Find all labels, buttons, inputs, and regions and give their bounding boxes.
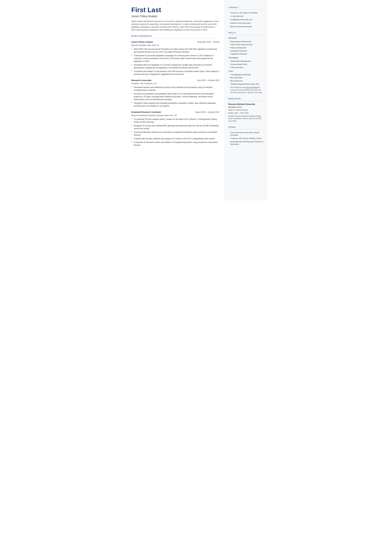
- skill-item: Policy Development: [228, 46, 264, 49]
- contact-email: email@resumeworded.com: [228, 18, 264, 21]
- tools-note-prefix: Don't forget to use: [230, 86, 245, 88]
- other-item: Board Member, RW Research Society on Alc…: [228, 140, 264, 146]
- job-bullets-1: Wrote RW's first Sexual Assault Preventi…: [131, 48, 219, 76]
- header-section: First Last Junior Policy Analyst Policy …: [131, 6, 219, 31]
- edu-degree: Bachelor of Arts: [228, 106, 264, 109]
- other-item: Treasurer, RW County Sobriety Center.: [228, 137, 264, 140]
- job-header-row-3: Graduate Research Assistant August 2010 …: [131, 111, 219, 114]
- job-title-2: Research Associate: [131, 79, 152, 82]
- job-dates-1: November 2015 – Present: [197, 41, 219, 43]
- contact-section: CONTACT Cheyenne, WY (Open to Remote) +1…: [228, 6, 264, 28]
- summary-text: Policy Analyst with diverse experience o…: [131, 20, 219, 31]
- skill-item: Environmental Policy: [228, 63, 264, 66]
- job-block-3: Graduate Research Assistant August 2010 …: [131, 111, 219, 147]
- full-name: First Last: [131, 6, 219, 14]
- contact-linkedin: linkedin.com/in/username: [228, 22, 264, 24]
- skills-technical-list: Data Analysis (Advanced) Public Policy (…: [228, 40, 264, 55]
- edu-location-date: Boston, MA — May 2018: [228, 112, 264, 114]
- skills-technical-label: Technical:: [228, 37, 264, 40]
- bullet-item: Designed 3 data analysis tools including…: [131, 102, 219, 107]
- other-item: The Community Food Pantry, Board Secreta…: [228, 131, 264, 136]
- job-company-2: Growthsi, San Francisco, CA: [131, 82, 219, 85]
- skill-item: Microsoft Office: [228, 77, 264, 79]
- skills-tools-list: The MathWorks MATLAB Microsoft Office Mi…: [228, 73, 264, 85]
- skill-item: Policy Research: [228, 66, 264, 69]
- job-header-row-1: Junior Policy Analyst November 2015 – Pr…: [131, 40, 219, 44]
- bullet-item: Conducted literature reviews and constru…: [131, 131, 219, 136]
- job-bullets-3: Co-authored 10 book chapters within 2 we…: [131, 118, 219, 147]
- education-header: EDUCATION: [228, 98, 264, 101]
- job-title: Junior Policy Analyst: [131, 14, 219, 18]
- skills-techniques-label: Techniques:: [228, 56, 264, 59]
- other-list: The Community Food Pantry, Board Secreta…: [228, 131, 264, 146]
- bullet-item: Co-authored 10 book chapters within 2 we…: [131, 118, 219, 124]
- skill-item: Data Analysis (Advanced): [228, 40, 264, 43]
- contact-list: Cheyenne, WY (Open to Remote) +1-555-456…: [228, 12, 264, 28]
- contact-github: github.com/resumeworded: [228, 25, 264, 28]
- job-title-1: Junior Policy Analyst: [131, 40, 153, 44]
- skills-tools-label: Tools:: [228, 70, 264, 73]
- job-company-3: Resume Worded's Exciting Company, New Yo…: [131, 114, 219, 117]
- other-section: OTHER The Community Food Pantry, Board S…: [228, 126, 264, 146]
- bullet-item: Designed 18 surveys and collected BSc gr…: [131, 124, 219, 130]
- edu-school: Resume Worded University: [228, 103, 264, 106]
- resume-page: First Last Junior Policy Analyst Policy …: [125, 0, 267, 201]
- bullet-item: Wrote RW's first Sexual Assault Preventi…: [131, 48, 219, 53]
- skill-item: The MathWorks MATLAB: [228, 73, 264, 76]
- contact-header: CONTACT: [228, 6, 264, 10]
- job-company-1: Resume Worded, New York, NY: [131, 44, 219, 47]
- bullet-item: Developed teacher and institutional surv…: [131, 86, 219, 91]
- resume-worded-note: Don't forget to use Resume Worded to sca…: [228, 86, 264, 94]
- resume-worded-link[interactable]: Resume Worded: [245, 86, 258, 88]
- edu-awards: Awards: Resume Worded Teaching Fellow (o…: [228, 115, 264, 122]
- job-dates-2: June 2013 – October 2015: [197, 79, 219, 82]
- job-block-2: Research Associate June 2013 – October 2…: [131, 79, 219, 108]
- bullet-item: Developed ideas for legislation on 15 is…: [131, 63, 219, 69]
- skill-item: Unidata Integrated Data Viewer IDV: [228, 83, 264, 85]
- job-title-3: Graduate Research Assistant: [131, 111, 161, 114]
- skills-section: SKILLS Technical: Data Analysis (Advance…: [228, 32, 264, 94]
- skill-item: Qualitative Research: [228, 49, 264, 52]
- skill-item: Public Policy (Experienced): [228, 43, 264, 46]
- other-header: OTHER: [228, 126, 264, 129]
- edu-major: Major in Communication: [228, 109, 264, 111]
- skill-item: Stakeholder Management: [228, 60, 264, 63]
- education-section: EDUCATION Resume Worded University Bache…: [228, 98, 264, 122]
- skills-techniques-list: Stakeholder Management Environmental Pol…: [228, 60, 264, 69]
- right-column: CONTACT Cheyenne, WY (Open to Remote) +1…: [224, 0, 267, 201]
- bullet-item: Conducted 15 literature reviews and draf…: [131, 141, 219, 147]
- skills-header: SKILLS: [228, 32, 264, 35]
- work-experience-header: WORK EXPERIENCE: [131, 35, 219, 38]
- job-dates-3: August 2010 – January 2013: [195, 111, 219, 113]
- bullet-item: Served as a quantitative and qualitative…: [131, 92, 219, 101]
- contact-phone: +1-555-456-000: [228, 15, 264, 18]
- job-bullets-2: Developed teacher and institutional surv…: [131, 86, 219, 107]
- bullet-item: Conceived and drafted 15 vital portions …: [131, 70, 219, 76]
- skill-item: Microsoft Excel: [228, 80, 264, 82]
- job-header-row-2: Research Associate June 2013 – October 2…: [131, 79, 219, 82]
- job-block-1: Junior Policy Analyst November 2015 – Pr…: [131, 40, 219, 76]
- contact-location: Cheyenne, WY (Open to Remote): [228, 12, 264, 14]
- bullet-item: Championed 5 successful legislative camp…: [131, 54, 219, 63]
- bullet-item: Assisted with the data collection and an…: [131, 137, 219, 140]
- skill-item: Legislative Research: [228, 53, 264, 55]
- left-column: First Last Junior Policy Analyst Policy …: [125, 0, 224, 201]
